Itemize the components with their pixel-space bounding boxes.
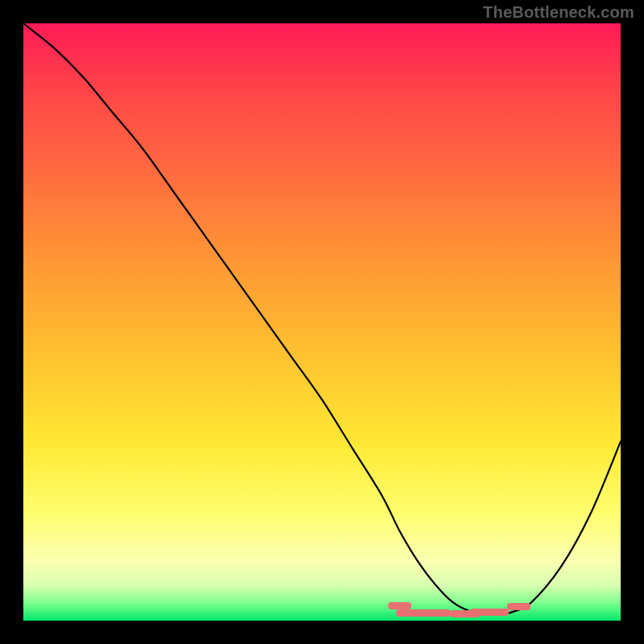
marker-dash [470, 609, 509, 616]
chart-plot-area [23, 23, 621, 621]
chart-svg [23, 23, 621, 621]
marker-dash [396, 609, 451, 617]
watermark-text: TheBottleneck.com [483, 3, 634, 22]
marker-dash [507, 603, 530, 610]
curve-line [23, 23, 621, 615]
